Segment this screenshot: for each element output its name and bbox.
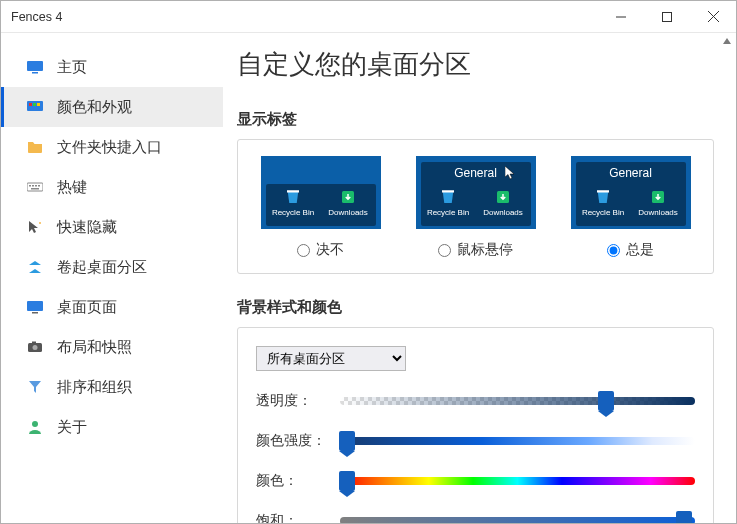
preview-always[interactable]: General Recycle Bin Downloads 总是 [566, 156, 695, 259]
user-icon [27, 419, 43, 435]
fence-select[interactable]: 所有桌面分区 [256, 346, 406, 371]
sidebar-item-colors[interactable]: 颜色和外观 [1, 87, 223, 127]
monitor-icon [27, 59, 43, 75]
camera-icon [27, 339, 43, 355]
sidebar: 主页 颜色和外观 文件夹快捷入口 热键 快速隐藏 卷起桌面分区 桌面页面 布局 [1, 33, 223, 524]
sidebar-item-hotkeys[interactable]: 热键 [1, 167, 223, 207]
scroll-up-icon[interactable] [720, 33, 734, 49]
svg-rect-9 [37, 103, 40, 106]
section-show-labels-title: 显示标签 [237, 110, 714, 129]
sidebar-item-label: 快速隐藏 [57, 218, 117, 237]
bg-style-card: 所有桌面分区 透明度： 颜色强度： 颜色： 饱和： 调整标题字 [237, 327, 714, 524]
svg-rect-5 [32, 72, 38, 74]
sidebar-item-label: 桌面页面 [57, 298, 117, 317]
sidebar-item-pages[interactable]: 桌面页面 [1, 287, 223, 327]
close-button[interactable] [690, 1, 736, 32]
slider-row-intensity: 颜色强度： [256, 431, 695, 451]
svg-rect-13 [35, 185, 37, 187]
radio-always-label[interactable]: 总是 [626, 241, 654, 259]
svg-rect-17 [27, 301, 43, 311]
sidebar-item-home[interactable]: 主页 [1, 47, 223, 87]
page-title: 自定义您的桌面分区 [237, 47, 714, 82]
svg-point-22 [32, 421, 38, 427]
sidebar-item-label: 颜色和外观 [57, 98, 132, 117]
intensity-slider[interactable] [340, 437, 695, 445]
section-bg-title: 背景样式和颜色 [237, 298, 714, 317]
keyboard-icon [27, 179, 43, 195]
sidebar-item-sort[interactable]: 排序和组织 [1, 367, 223, 407]
sidebar-item-folder[interactable]: 文件夹快捷入口 [1, 127, 223, 167]
window-title: Fences 4 [11, 10, 598, 24]
sidebar-item-layout[interactable]: 布局和快照 [1, 327, 223, 367]
display-color-icon [27, 99, 43, 115]
titlebar: Fences 4 [1, 1, 736, 33]
funnel-icon [27, 379, 43, 395]
radio-hover[interactable] [438, 244, 451, 257]
svg-rect-12 [32, 185, 34, 187]
svg-rect-15 [31, 188, 39, 190]
svg-rect-10 [27, 183, 43, 191]
maximize-button[interactable] [644, 1, 690, 32]
svg-rect-23 [287, 190, 299, 192]
preview-never[interactable]: Recycle Bin Downloads 决不 [256, 156, 385, 259]
sidebar-item-about[interactable]: 关于 [1, 407, 223, 447]
scrollbar[interactable] [720, 33, 734, 524]
svg-point-21 [33, 345, 38, 350]
slider-row-hue: 颜色： [256, 471, 695, 491]
slider-thumb[interactable] [339, 431, 355, 451]
radio-always[interactable] [607, 244, 620, 257]
svg-rect-14 [38, 185, 40, 187]
sidebar-item-rollup[interactable]: 卷起桌面分区 [1, 247, 223, 287]
sidebar-item-label: 文件夹快捷入口 [57, 138, 162, 157]
sidebar-item-label: 热键 [57, 178, 87, 197]
minimize-button[interactable] [598, 1, 644, 32]
slider-row-transparency: 透明度： [256, 391, 695, 411]
sidebar-item-label: 卷起桌面分区 [57, 258, 147, 277]
sidebar-item-label: 关于 [57, 418, 87, 437]
transparency-slider[interactable] [340, 397, 695, 405]
saturation-slider[interactable] [340, 517, 695, 524]
svg-rect-11 [29, 185, 31, 187]
sidebar-item-label: 布局和快照 [57, 338, 132, 357]
svg-rect-1 [663, 12, 672, 21]
svg-rect-18 [32, 312, 38, 314]
radio-never[interactable] [297, 244, 310, 257]
svg-rect-20 [32, 342, 36, 344]
slider-thumb[interactable] [598, 391, 614, 411]
slider-row-sat: 饱和： [256, 511, 695, 524]
preview-hover[interactable]: General Recycle Bin Downloads 鼠标悬停 [411, 156, 540, 259]
sidebar-item-label: 主页 [57, 58, 87, 77]
hue-slider[interactable] [340, 477, 695, 485]
cursor-star-icon [27, 219, 43, 235]
svg-rect-8 [33, 103, 36, 106]
svg-rect-27 [597, 190, 609, 192]
svg-rect-7 [29, 103, 32, 106]
svg-rect-25 [442, 190, 454, 192]
sidebar-item-label: 排序和组织 [57, 378, 132, 397]
folder-icon [27, 139, 43, 155]
show-labels-card: Recycle Bin Downloads 决不 General Recycle [237, 139, 714, 274]
svg-rect-4 [27, 61, 43, 71]
radio-never-label[interactable]: 决不 [316, 241, 344, 259]
content-pane: 自定义您的桌面分区 显示标签 Recycle Bin Downloads 决不 [223, 33, 736, 524]
radio-hover-label[interactable]: 鼠标悬停 [457, 241, 513, 259]
rollup-icon [27, 259, 43, 275]
slider-thumb[interactable] [339, 471, 355, 491]
monitor-icon [27, 299, 43, 315]
sidebar-item-quickhide[interactable]: 快速隐藏 [1, 207, 223, 247]
slider-thumb[interactable] [676, 511, 692, 524]
svg-point-16 [39, 222, 41, 224]
